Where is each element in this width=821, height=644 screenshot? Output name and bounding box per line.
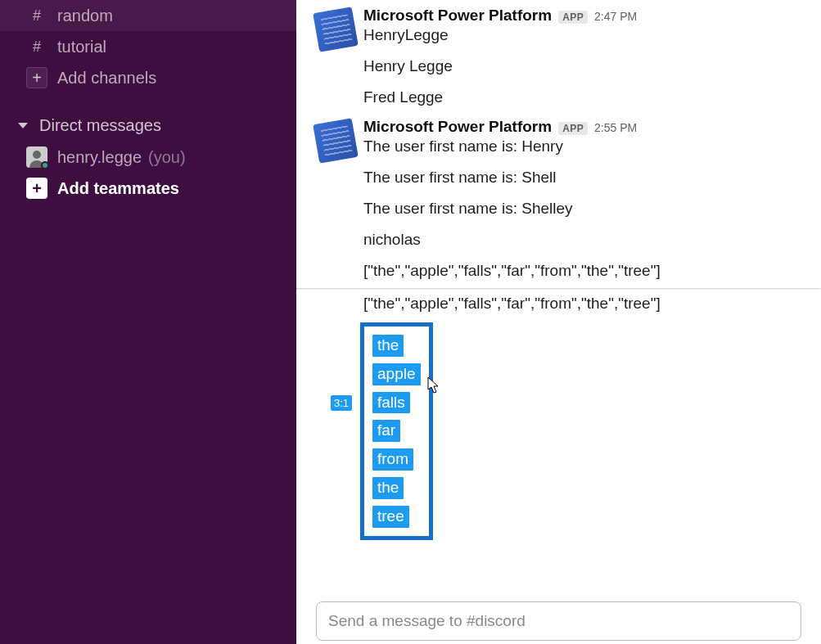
selected-word: from [372, 448, 413, 471]
messages-list: Microsoft Power Platform APP 2:47 PM Hen… [296, 0, 821, 601]
selected-word: far [372, 420, 400, 442]
chat-main: Microsoft Power Platform APP 2:47 PM Hen… [296, 0, 821, 644]
selected-word: tree [372, 506, 409, 528]
message-line: Fred Legge [363, 82, 801, 113]
hover-timestamp: 3:1 [331, 395, 352, 411]
channel-label: random [57, 7, 113, 25]
channel-random[interactable]: random [0, 0, 296, 31]
dm-user-name: henry.legge [57, 148, 142, 167]
app-badge: APP [558, 11, 588, 24]
message-body: Microsoft Power Platform APP 2:47 PM Hen… [363, 7, 801, 113]
user-avatar-icon [26, 146, 47, 168]
selection-outline: theapplefallsfarfromthetree [360, 322, 433, 540]
message-header: Microsoft Power Platform APP 2:47 PM [363, 7, 801, 25]
add-teammates-label: Add teammates [57, 179, 179, 198]
message-group: ["the","apple","falls","far","from","the… [296, 290, 821, 319]
app-avatar-icon[interactable] [313, 118, 359, 164]
message-input[interactable]: Send a message to #discord [316, 601, 801, 641]
channel-tutorial[interactable]: tutorial [0, 31, 296, 62]
selected-word: falls [372, 392, 410, 414]
channel-label: tutorial [57, 38, 106, 56]
add-teammates-button[interactable]: Add teammates [0, 173, 296, 204]
plus-icon [26, 178, 47, 199]
add-channels-button[interactable]: Add channels [0, 62, 296, 93]
caret-down-icon [18, 123, 28, 128]
message-line: nicholas [363, 224, 801, 255]
composer-wrap: Send a message to #discord [296, 601, 821, 644]
sidebar: random tutorial Add channels Direct mess… [0, 0, 296, 644]
plus-icon [26, 67, 47, 88]
you-suffix: (you) [148, 148, 186, 167]
svg-point-1 [33, 151, 41, 159]
message-body: Microsoft Power Platform APP 2:55 PM The… [363, 118, 801, 286]
message-sender[interactable]: Microsoft Power Platform [363, 118, 552, 136]
selected-word: the [372, 477, 404, 499]
selected-word: apple [372, 363, 421, 385]
message-line: The user first name is: Shelley [363, 193, 801, 224]
app-avatar-icon[interactable] [313, 7, 359, 52]
dm-user-self[interactable]: henry.legge (you) [0, 142, 296, 173]
app-badge: APP [558, 122, 588, 135]
selected-words-list: theapplefallsfarfromthetree [372, 331, 421, 531]
message-group: Microsoft Power Platform APP 2:55 PM The… [296, 115, 821, 288]
message-time: 2:55 PM [594, 121, 637, 134]
hash-icon [26, 36, 47, 57]
composer-placeholder: Send a message to #discord [328, 612, 526, 629]
message-line: ["the","apple","falls","far","from","the… [363, 255, 801, 286]
message-header: Microsoft Power Platform APP 2:55 PM [363, 118, 801, 136]
selected-word: the [372, 335, 404, 357]
message-line: The user first name is: Henry [363, 137, 801, 162]
message-line: ["the","apple","falls","far","from","the… [363, 291, 801, 319]
add-channels-label: Add channels [57, 69, 156, 88]
message-line: Henry Legge [363, 51, 801, 82]
hash-icon [26, 5, 47, 26]
mouse-cursor-icon [427, 376, 440, 394]
message-line: HenryLegge [363, 26, 801, 51]
message-group: Microsoft Power Platform APP 2:47 PM Hen… [296, 3, 821, 115]
dm-header-label: Direct messages [39, 116, 161, 135]
message-time: 2:47 PM [594, 10, 637, 23]
message-group: theapplefallsfarfromthetree [296, 319, 821, 542]
presence-active-icon [41, 161, 49, 169]
message-line: The user first name is: Shell [363, 162, 801, 193]
message-sender[interactable]: Microsoft Power Platform [363, 7, 552, 25]
dm-section-header[interactable]: Direct messages [0, 110, 296, 142]
